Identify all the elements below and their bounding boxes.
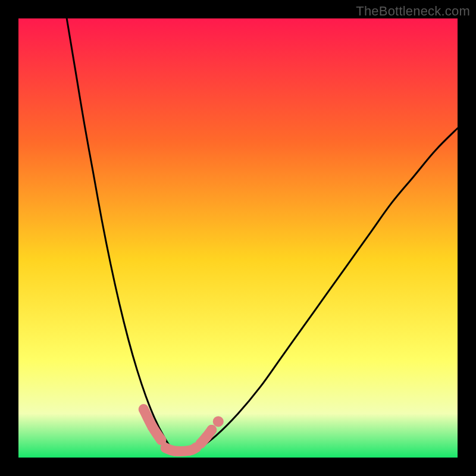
- marker-dot: [139, 404, 149, 414]
- marker-dot: [161, 443, 171, 453]
- chart-frame: TheBottleneck.com: [0, 0, 476, 476]
- marker-dot: [148, 422, 158, 432]
- marker-dot: [213, 416, 224, 427]
- plot-area: [18, 18, 458, 458]
- gradient-background: [18, 18, 458, 458]
- marker-dot: [206, 425, 217, 435]
- watermark-text: TheBottleneck.com: [356, 4, 470, 19]
- chart-svg: [18, 18, 458, 458]
- marker-dot: [169, 446, 179, 456]
